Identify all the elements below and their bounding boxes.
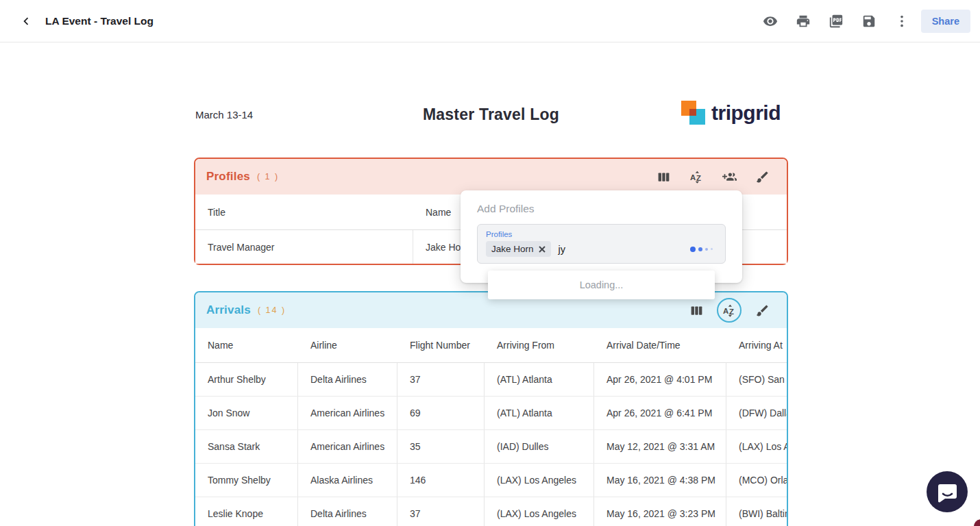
cell-arrival-datetime: May 12, 2021 @ 3:31 AM <box>594 430 726 463</box>
arrivals-col-name: Name <box>195 340 298 351</box>
brush-icon <box>755 170 770 184</box>
tripgrid-logo: tripgrid <box>681 99 781 127</box>
cell-flight-number: 146 <box>397 464 485 497</box>
printer-icon <box>796 14 811 29</box>
field-label: Profiles <box>486 230 717 238</box>
suggestions-dropdown: Loading... <box>488 271 715 299</box>
arrivals-table-row: Tommy Shelby Alaska Airlines 146 (LAX) L… <box>195 464 788 497</box>
profile-title-cell: Travel Manager <box>195 230 413 264</box>
cell-arriving-at: (DFW) Dallas <box>726 397 788 429</box>
arrivals-section: Arrivals ( 14 ) AZ Name Airline Flight N… <box>194 291 788 526</box>
cell-flight-number: 35 <box>397 430 485 463</box>
profiles-columns-button[interactable] <box>650 163 677 190</box>
cell-arriving-from: (LAX) Los Angeles <box>485 497 594 526</box>
profiles-style-button[interactable] <box>748 163 776 190</box>
export-pdf-button[interactable] <box>822 8 850 35</box>
cell-airline: Delta Airlines <box>298 363 397 396</box>
cell-airline: American Airlines <box>298 397 397 429</box>
cell-name: Arthur Shelby <box>195 363 298 396</box>
cell-arrival-datetime: May 16, 2021 @ 4:38 PM <box>594 464 726 497</box>
typed-query: jy <box>559 244 565 255</box>
cell-flight-number: 37 <box>397 497 485 526</box>
cell-name: Sansa Stark <box>195 430 298 463</box>
arrivals-table-row: Jon Snow American Airlines 69 (ATL) Atla… <box>195 397 788 430</box>
save-button[interactable] <box>855 8 883 35</box>
cell-flight-number: 69 <box>397 397 485 429</box>
chat-launcher-button[interactable] <box>927 471 968 512</box>
arrivals-col-arrival-datetime: Arrival Date/Time <box>594 340 726 351</box>
topbar: LA Event - Travel Log Share <box>0 0 980 42</box>
chevron-left-icon <box>19 14 34 29</box>
profiles-section-header: Profiles ( 1 ) AZ <box>195 159 787 195</box>
cell-arriving-at: (MCO) Orlando <box>726 464 788 497</box>
loading-dots-icon <box>690 247 713 252</box>
cell-arriving-from: (ATL) Atlanta <box>485 397 594 429</box>
columns-icon <box>689 303 704 318</box>
preview-button[interactable] <box>757 8 784 35</box>
sort-alpha-icon: AZ <box>689 170 704 184</box>
profiles-multiselect-field[interactable]: Profiles Jake Horn jy <box>477 224 726 264</box>
document-title: LA Event - Travel Log <box>45 15 154 27</box>
corner-notification-badge <box>974 519 980 526</box>
pdf-icon <box>829 14 844 29</box>
floppy-save-icon <box>861 14 877 29</box>
arrivals-table-row: Sansa Stark American Airlines 35 (IAD) D… <box>195 430 788 464</box>
cell-arriving-at: (BWI) Baltimore <box>726 497 788 526</box>
profiles-col-title: Title <box>195 207 413 218</box>
popup-title: Add Profiles <box>477 203 726 215</box>
cell-arriving-from: (IAD) Dulles <box>485 430 594 463</box>
add-profiles-popup: Add Profiles Profiles Jake Horn jy Loadi… <box>461 190 742 283</box>
columns-icon <box>657 170 671 184</box>
cell-name: Tommy Shelby <box>195 464 298 497</box>
arrivals-col-airline: Airline <box>298 340 397 351</box>
chip-label: Jake Horn <box>491 244 534 254</box>
arrivals-table-header: Name Airline Flight Number Arriving From… <box>195 328 788 363</box>
cell-arriving-at: (LAX) Los Angeles <box>726 430 788 463</box>
arrivals-count: ( 14 ) <box>258 305 286 315</box>
sort-alpha-icon: AZ <box>722 303 737 318</box>
cell-flight-number: 37 <box>397 363 485 396</box>
back-button[interactable] <box>12 8 40 35</box>
svg-text:A: A <box>722 306 728 314</box>
arrivals-col-flight-number: Flight Number <box>397 340 485 351</box>
arrivals-columns-button[interactable] <box>683 297 710 324</box>
cell-airline: Alaska Airlines <box>298 464 397 497</box>
arrivals-table-row: Leslie Knope Delta Airlines 37 (LAX) Los… <box>195 497 788 526</box>
cell-airline: American Airlines <box>298 430 397 463</box>
cell-arrival-datetime: Apr 26, 2021 @ 6:41 PM <box>594 397 726 429</box>
active-ring: AZ <box>717 298 742 323</box>
arrivals-style-button[interactable] <box>748 297 776 324</box>
chip-remove-icon[interactable] <box>539 246 546 253</box>
loading-text: Loading... <box>580 279 624 290</box>
print-button[interactable] <box>789 8 817 35</box>
share-button[interactable]: Share <box>921 10 970 33</box>
arrivals-col-arriving-from: Arriving From <box>485 340 594 351</box>
profiles-sort-button[interactable]: AZ <box>683 163 710 190</box>
profiles-title: Profiles <box>206 170 250 184</box>
arrivals-sort-button-active[interactable]: AZ <box>715 297 743 324</box>
add-people-icon <box>722 170 737 184</box>
more-options-button[interactable] <box>888 8 916 35</box>
logo-wordmark: tripgrid <box>711 101 781 125</box>
profiles-count: ( 1 ) <box>257 172 279 181</box>
brush-icon <box>755 303 770 318</box>
cell-arriving-at: (SFO) San Francisco <box>726 363 788 396</box>
arrivals-table-row: Arthur Shelby Delta Airlines 37 (ATL) At… <box>195 363 788 397</box>
cell-name: Leslie Knope <box>195 497 298 526</box>
cell-name: Jon Snow <box>195 397 298 429</box>
cell-arrival-datetime: Apr 26, 2021 @ 4:01 PM <box>594 363 726 396</box>
eye-icon <box>763 14 778 29</box>
svg-text:A: A <box>689 173 695 181</box>
cell-arrival-datetime: May 16, 2021 @ 3:23 PM <box>594 497 726 526</box>
cell-airline: Delta Airlines <box>298 497 397 526</box>
svg-text:Z: Z <box>729 308 734 316</box>
kebab-menu-icon <box>894 14 909 29</box>
chat-bubble-icon <box>927 471 968 512</box>
cell-arriving-from: (ATL) Atlanta <box>485 363 594 396</box>
arrivals-title: Arrivals <box>206 303 251 317</box>
svg-text:Z: Z <box>696 174 701 182</box>
profile-chip[interactable]: Jake Horn <box>486 241 551 257</box>
tripgrid-logo-icon <box>681 99 707 127</box>
profiles-add-people-button[interactable] <box>715 163 743 190</box>
arrivals-col-arriving-at: Arriving At <box>726 340 788 351</box>
